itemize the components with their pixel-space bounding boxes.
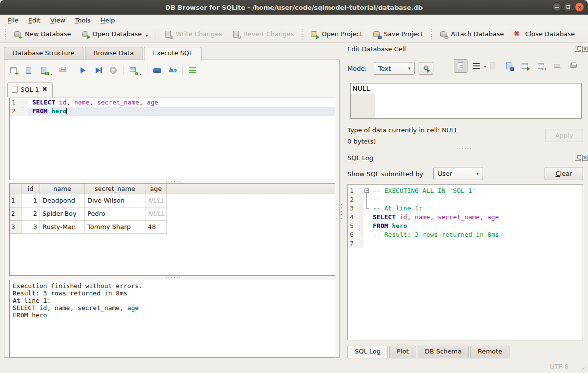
open-sql-file-icon[interactable] (24, 66, 33, 74)
bottom-tab-db-schema[interactable]: DB Schema (418, 346, 469, 358)
tab-browse-data[interactable]: Browse Data (85, 47, 143, 60)
window-controls: × (552, 2, 584, 12)
cell-word-wrap-icon[interactable] (472, 62, 481, 70)
results-grid: idnamesecret_nameage11DeadpondDive Wilso… (9, 183, 335, 276)
cell[interactable]: Spider-Boy (40, 207, 85, 221)
format-sql-icon[interactable]: ba (168, 66, 177, 74)
sql-log-editor[interactable]: 1-- EXECUTING ALL IN 'SQL 1'2--3-- At li… (347, 184, 583, 340)
float-panel-icon[interactable] (575, 46, 581, 52)
print-icon[interactable] (59, 66, 67, 74)
fold-margin[interactable] (364, 186, 371, 195)
cell[interactable]: Pedro Parqueador (85, 207, 145, 221)
cell[interactable]: 2 (21, 207, 40, 221)
row-number[interactable]: 1 (10, 194, 21, 207)
save-sql-dropdown-icon[interactable]: ▾ (50, 72, 52, 77)
execute-all-icon[interactable] (79, 66, 87, 74)
code-line-2[interactable]: 2FROM hero (10, 107, 335, 116)
dropdown-arrow-icon[interactable]: ▾ (145, 33, 148, 38)
attach-database-label: Attach Database (451, 30, 504, 38)
attach-database-button[interactable]: Attach Database (434, 28, 508, 40)
resize-grip[interactable] (581, 366, 586, 371)
bottom-tab-sql-log[interactable]: SQL Log (347, 346, 388, 358)
close-tab-icon[interactable]: ✖ (42, 86, 47, 93)
code-text: FROM hero (371, 222, 583, 230)
save-sql-file-icon[interactable] (40, 66, 48, 74)
cell[interactable]: Tommy Sharp (85, 221, 145, 234)
open-in-app-icon[interactable] (521, 62, 529, 70)
row-number[interactable]: 2 (10, 207, 21, 221)
menu-edit[interactable]: Edit (23, 16, 45, 25)
cell[interactable]: Rusty-Man (40, 221, 85, 234)
maximize-button[interactable] (564, 2, 573, 12)
results-corner-cell[interactable] (10, 184, 21, 194)
vertical-splitter[interactable] (341, 204, 342, 221)
bottom-tab-plot[interactable]: Plot (389, 346, 416, 358)
sql-editor[interactable]: 1SELECT id, name, secret_name, age2FROM … (9, 98, 335, 180)
menu-view[interactable]: View (45, 16, 70, 25)
copy-link-icon[interactable] (537, 62, 546, 70)
code-line-2[interactable]: 2-- (348, 195, 583, 204)
code-line-6[interactable]: 6-- Result: 3 rows returned in 8ms (348, 230, 583, 239)
export-results-dropdown-icon[interactable]: ▾ (140, 72, 142, 77)
bottom-tab-remote[interactable]: Remote (470, 346, 509, 358)
execute-line-icon[interactable] (94, 66, 102, 74)
menu-file[interactable]: File (3, 16, 23, 25)
print-cell-icon[interactable] (569, 62, 578, 70)
tab-execute-sql[interactable]: Execute SQL (144, 47, 202, 61)
cell[interactable]: 48 (145, 221, 167, 234)
code-line-5[interactable]: 5FROM hero (348, 222, 583, 230)
chevron-down-icon: ▾ (408, 66, 410, 71)
code-line-1[interactable]: 1SELECT id, name, secret_name, age (10, 98, 335, 107)
code-line-7[interactable]: 7 (348, 239, 583, 248)
find-replace-icon[interactable] (153, 66, 162, 74)
row-number[interactable]: 3 (10, 221, 21, 234)
save-project-button[interactable]: Save Project (367, 28, 428, 40)
cell[interactable]: Dive Wilson (85, 194, 145, 207)
cell[interactable]: NULL (145, 207, 167, 221)
clear-button[interactable]: Clear (545, 167, 583, 180)
code-text (371, 239, 583, 248)
titlebar[interactable]: DB Browser for SQLite - /home/user/code/… (0, 0, 588, 15)
close-database-button[interactable]: ✖Close Database (508, 28, 580, 40)
chevron-down-icon: ▾ (476, 171, 479, 176)
text-mode-pressed[interactable] (454, 59, 467, 73)
column-header-age[interactable]: age (145, 184, 167, 194)
code-line-4[interactable]: 4SELECT id, name, secret_name, age (348, 213, 583, 222)
export-results-icon[interactable] (129, 66, 138, 74)
word-wrap-icon[interactable] (188, 66, 197, 74)
menu-help[interactable]: Help (96, 16, 120, 25)
column-header-id[interactable]: id (21, 184, 40, 194)
code-line-3[interactable]: 3-- At line 1: (348, 204, 583, 213)
minimize-button[interactable] (552, 2, 562, 12)
code-line-1[interactable]: 1-- EXECUTING ALL IN 'SQL 1' (348, 186, 583, 195)
close-panel-icon[interactable]: × (582, 46, 588, 52)
line-number: 2 (10, 107, 22, 116)
tab-database-structure[interactable]: Database Structure (4, 47, 83, 60)
close-button[interactable]: × (575, 2, 584, 12)
close-panel-icon[interactable]: × (582, 155, 588, 161)
horizontal-splitter[interactable]: ······ (456, 147, 472, 150)
menu-tools[interactable]: Tools (70, 16, 96, 25)
sql-document-tab[interactable]: SQL 1 ✖ (7, 83, 53, 97)
app-window: DB Browser for SQLite - /home/user/code/… (0, 0, 588, 373)
execution-message-box[interactable]: Execution finished without errors.Result… (9, 280, 335, 357)
auto-switch-mode-button[interactable]: ⚙ (419, 62, 433, 75)
new-database-button[interactable]: +New Database (8, 28, 76, 40)
column-header-name[interactable]: name (40, 184, 85, 194)
toolbar-grip (301, 29, 303, 40)
horizontal-splitter[interactable]: ······ (165, 276, 182, 279)
cell[interactable]: 1 (21, 194, 40, 207)
open-project-button[interactable]: Open Project (305, 28, 367, 40)
open-database-button[interactable]: Open Database▾ (76, 28, 153, 40)
column-header-secret_name[interactable]: secret_name (85, 184, 145, 194)
new-tab-icon[interactable]: + (9, 66, 18, 74)
float-panel-icon[interactable] (575, 155, 581, 161)
cell-value-editor[interactable]: NULL (350, 83, 582, 119)
cell[interactable]: NULL (145, 194, 167, 207)
line-number: 5 (348, 222, 359, 230)
submitted-by-combobox[interactable]: User ▾ (433, 167, 483, 180)
mode-combobox[interactable]: Text ▾ (374, 62, 415, 75)
export-data-icon[interactable] (505, 62, 513, 70)
cell[interactable]: 3 (21, 221, 40, 234)
cell[interactable]: Deadpond (40, 194, 85, 207)
